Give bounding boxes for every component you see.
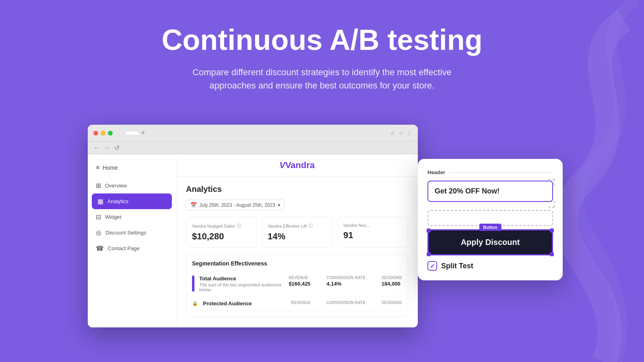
overlay-card: Header Button Apply Discount ✓ Split Tes… bbox=[418, 159, 563, 280]
discount-icon: ◎ bbox=[96, 229, 101, 237]
conversion-label: CONVERSION RATE bbox=[326, 276, 365, 280]
handle-tl[interactable] bbox=[427, 228, 431, 232]
segment-color-bar-total bbox=[192, 276, 194, 292]
tab-bar: + bbox=[126, 129, 385, 137]
sidebar-label-contact: Contact Page bbox=[108, 245, 140, 251]
lock-icon: 🔒 bbox=[192, 300, 198, 306]
conversion-label-protected: CONVERSION RATE bbox=[326, 300, 365, 305]
star-icon[interactable]: ☆ bbox=[390, 130, 395, 136]
menu-icon[interactable]: ⋮ bbox=[407, 130, 412, 136]
handle-bl[interactable] bbox=[427, 252, 431, 256]
segmentation-title: Segmentation Effectiveness bbox=[192, 260, 402, 267]
phone-icon: ☎ bbox=[96, 245, 104, 252]
hero-section: Continuous A/B testing Compare different… bbox=[0, 0, 644, 92]
browser-chrome: + ☆ ○ ⋮ bbox=[88, 125, 418, 142]
content-area: Analytics 📅 July 25th, 2023 - August 25t… bbox=[176, 177, 418, 325]
logo-v: V bbox=[279, 160, 285, 170]
hamburger-icon: ≡ bbox=[96, 164, 99, 171]
stat-sessions-protected: SESSIONS bbox=[382, 300, 402, 305]
hero-title: Continuous A/B testing bbox=[0, 24, 644, 56]
hero-subtitle: Compare different discount strategies to… bbox=[181, 66, 463, 92]
sidebar-label-discount: Discount Settings bbox=[105, 230, 146, 236]
segment-desc-total: The sum of the two segmented audiences b… bbox=[199, 282, 284, 292]
sidebar-header: ≡ Home bbox=[88, 161, 176, 178]
sidebar-label-analytics: Analytics bbox=[107, 198, 128, 204]
traffic-lights bbox=[93, 131, 113, 136]
app-logo: VVandra bbox=[182, 160, 412, 171]
app-header: VVandra bbox=[176, 154, 418, 177]
sidebar-header-label: Home bbox=[103, 165, 118, 171]
sidebar-item-overview[interactable]: ⊞ Overview bbox=[88, 178, 176, 193]
stat-revenue-col: REVENUE $160,425 bbox=[289, 276, 310, 287]
metric-card-sales: Vandra Nudged Sales ⓘ $10,280 bbox=[186, 217, 257, 248]
segment-stats-protected: REVENUE CONVERSION RATE SESSIONS bbox=[291, 300, 402, 305]
apply-discount-button[interactable]: Apply Discount bbox=[427, 229, 553, 255]
sidebar: ≡ Home ⊞ Overview ▦ Analytics ⊟ Widget ◎… bbox=[88, 154, 176, 327]
header-text-input[interactable] bbox=[427, 181, 553, 202]
new-tab-button[interactable]: + bbox=[141, 129, 145, 137]
revenue-label-protected: REVENUE bbox=[291, 300, 310, 305]
revenue-label: REVENUE bbox=[289, 276, 310, 280]
selection-corner-br bbox=[548, 201, 555, 208]
stat-conversion-col: CONVERSION RATE 4.14% bbox=[326, 276, 365, 287]
refresh-button[interactable]: ↺ bbox=[114, 144, 120, 152]
apply-btn-wrap: Button Apply Discount bbox=[427, 229, 553, 255]
sidebar-item-discount-settings[interactable]: ◎ Discount Settings bbox=[88, 225, 176, 241]
minimize-button[interactable] bbox=[101, 131, 105, 136]
conversion-value: 4.14% bbox=[326, 281, 365, 287]
revenue-value: $160,425 bbox=[289, 281, 310, 287]
date-filter[interactable]: 📅 July 25th, 2023 - August 25th, 2023 ▾ bbox=[186, 200, 285, 210]
button-tag: Button bbox=[479, 224, 501, 231]
stat-revenue-protected: REVENUE bbox=[291, 300, 310, 305]
date-range-label: July 25th, 2023 - August 25th, 2023 bbox=[199, 202, 275, 208]
split-test-checkbox[interactable]: ✓ bbox=[427, 261, 437, 271]
stat-sessions-col: SESSIONS 184,000 bbox=[382, 276, 402, 287]
checkmark-icon: ✓ bbox=[430, 262, 435, 270]
metric-card-other: Vandra Nuc... 91 bbox=[337, 217, 408, 248]
split-test-label: Split Test bbox=[441, 262, 473, 270]
maximize-button[interactable] bbox=[108, 131, 113, 136]
sidebar-item-widget[interactable]: ⊟ Widget bbox=[88, 209, 176, 225]
metrics-row: Vandra Nudged Sales ⓘ $10,280 Vandra Eff… bbox=[186, 217, 408, 248]
calendar-icon: 📅 bbox=[190, 202, 197, 208]
overview-icon: ⊞ bbox=[96, 182, 101, 189]
forward-button[interactable]: → bbox=[104, 144, 110, 152]
segmentation-section: Segmentation Effectiveness Total Audienc… bbox=[186, 254, 408, 317]
sidebar-label-overview: Overview bbox=[105, 183, 127, 189]
handle-tr[interactable] bbox=[550, 228, 554, 232]
close-button[interactable] bbox=[93, 131, 98, 136]
main-content: VVandra Analytics 📅 July 25th, 2023 - Au… bbox=[176, 154, 418, 327]
metric-label-sales: Vandra Nudged Sales ⓘ bbox=[192, 223, 251, 229]
handle-br[interactable] bbox=[550, 252, 554, 256]
info-icon-lift[interactable]: ⓘ bbox=[308, 223, 313, 229]
analytics-icon: ▦ bbox=[97, 197, 103, 205]
sidebar-item-contact-page[interactable]: ☎ Contact Page bbox=[88, 241, 176, 256]
metric-value-other: 91 bbox=[343, 230, 402, 241]
sidebar-item-analytics[interactable]: ▦ Analytics bbox=[92, 193, 172, 209]
browser-tab[interactable] bbox=[126, 132, 138, 135]
card-header-label: Header bbox=[427, 169, 448, 175]
segment-row-protected: 🔒 Protected Audience REVENUE CONVERSION … bbox=[192, 296, 402, 311]
metric-value-lift: 14% bbox=[268, 231, 326, 242]
metric-label-lift: Vandra Effective Lift ⓘ bbox=[268, 223, 326, 229]
browser-nav: ← → ↺ bbox=[88, 142, 418, 154]
split-test-row: ✓ Split Test bbox=[427, 261, 553, 271]
metric-value-sales: $10,280 bbox=[192, 231, 251, 242]
selection-corner-tr bbox=[548, 179, 555, 185]
info-icon-sales[interactable]: ⓘ bbox=[237, 223, 241, 229]
app-layout: ≡ Home ⊞ Overview ▦ Analytics ⊟ Widget ◎… bbox=[88, 154, 418, 327]
segment-name-protected: Protected Audience bbox=[203, 300, 286, 306]
chevron-down-icon: ▾ bbox=[278, 202, 280, 208]
browser-toolbar: ☆ ○ ⋮ bbox=[390, 130, 412, 136]
segment-stats-total: REVENUE $160,425 CONVERSION RATE 4.14% S… bbox=[289, 276, 402, 287]
metric-label-other: Vandra Nuc... bbox=[343, 223, 402, 228]
button-section: Button Apply Discount bbox=[427, 229, 553, 255]
segment-name-total: Total Audience bbox=[199, 276, 284, 282]
sidebar-label-widget: Widget bbox=[105, 214, 121, 220]
back-button[interactable]: ← bbox=[93, 144, 100, 152]
metric-card-lift: Vandra Effective Lift ⓘ 14% bbox=[262, 217, 332, 248]
profile-icon[interactable]: ○ bbox=[399, 130, 402, 136]
card-header-section: Header bbox=[427, 169, 553, 176]
segment-info-total: Total Audience The sum of the two segmen… bbox=[199, 276, 284, 292]
widget-icon: ⊟ bbox=[96, 213, 101, 221]
